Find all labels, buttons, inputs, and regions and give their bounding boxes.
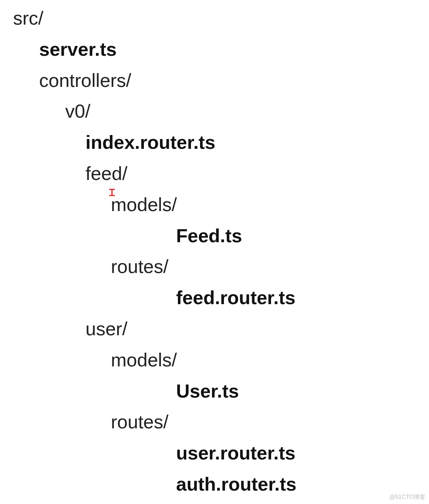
- tree-line: models/: [13, 345, 422, 376]
- tree-line: auth.router.ts: [13, 469, 422, 500]
- tree-line: index.router.ts: [13, 127, 422, 158]
- tree-line: User.ts: [13, 376, 422, 407]
- tree-line: feed/: [13, 158, 422, 189]
- file-tree: src/server.tscontrollers/v0/index.router…: [13, 3, 422, 500]
- tree-line: Ꮖmodels/: [13, 189, 422, 220]
- tree-line: v0/: [13, 96, 422, 127]
- tree-line: routes/: [13, 407, 422, 438]
- tree-line: server.ts: [13, 34, 422, 65]
- text-cursor-icon: Ꮖ: [109, 188, 115, 197]
- watermark-text: @51CTO博客: [389, 492, 425, 502]
- tree-line: routes/: [13, 251, 422, 282]
- tree-line: src/: [13, 3, 422, 34]
- tree-line: feed.router.ts: [13, 282, 422, 314]
- tree-line: Feed.ts: [13, 220, 422, 252]
- tree-line: controllers/: [13, 65, 422, 96]
- tree-line: user/: [13, 314, 422, 345]
- tree-line: user.router.ts: [13, 438, 422, 469]
